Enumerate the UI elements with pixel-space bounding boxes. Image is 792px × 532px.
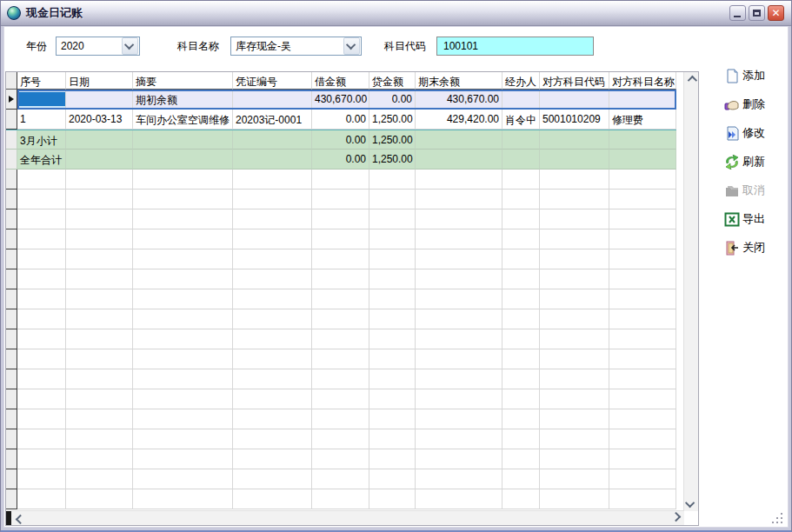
col-header: 凭证编号 xyxy=(233,72,312,90)
cell[interactable] xyxy=(133,130,233,150)
cell[interactable]: 429,420.00 xyxy=(416,110,502,130)
empty-table-row[interactable] xyxy=(6,269,676,289)
maximize-icon xyxy=(753,10,761,17)
maximize-button[interactable] xyxy=(749,5,765,21)
empty-table-row[interactable] xyxy=(6,409,676,429)
subject-name-label: 科目名称 xyxy=(177,37,219,56)
cell[interactable] xyxy=(233,150,312,170)
empty-table-row[interactable] xyxy=(6,170,676,190)
cell[interactable] xyxy=(609,130,676,150)
cell[interactable] xyxy=(609,90,676,110)
export-excel-icon xyxy=(724,212,740,227)
app-window: 现金日记账 ✕ 年份 2020 科目名称 库存现金-吴 科目代码 序号 xyxy=(0,0,792,532)
table-row-opening-balance[interactable]: 期初余额 430,670.00 0.00 430,670.00 xyxy=(6,90,676,110)
cell[interactable]: 0.00 xyxy=(312,150,369,170)
titlebar: 现金日记账 ✕ xyxy=(1,1,791,26)
cell[interactable]: 1,250.00 xyxy=(369,130,416,150)
horizontal-scrollbar[interactable] xyxy=(6,510,684,525)
resize-grip-icon[interactable] xyxy=(772,513,782,523)
cell[interactable] xyxy=(416,150,502,170)
cell[interactable] xyxy=(66,90,133,110)
cell[interactable] xyxy=(502,90,540,110)
cell[interactable]: 430,670.00 xyxy=(416,90,502,110)
cell[interactable] xyxy=(502,130,540,150)
scroll-up-icon[interactable] xyxy=(684,72,698,86)
subject-name-select[interactable]: 库存现金-吴 xyxy=(230,37,362,56)
cell[interactable] xyxy=(233,130,312,150)
cell[interactable] xyxy=(416,130,502,150)
cell[interactable]: 3月小计 xyxy=(17,130,66,150)
empty-table-row[interactable] xyxy=(6,449,676,469)
year-select[interactable]: 2020 xyxy=(56,37,140,56)
cell[interactable]: 修理费 xyxy=(609,110,676,130)
empty-table-row[interactable] xyxy=(6,369,676,389)
year-label: 年份 xyxy=(26,37,47,56)
cell[interactable]: 肖令中 xyxy=(502,110,540,130)
scroll-left-icon[interactable] xyxy=(12,511,26,525)
empty-table-row[interactable] xyxy=(6,389,676,409)
cell[interactable] xyxy=(233,90,312,110)
cell[interactable]: 1 xyxy=(17,110,66,130)
empty-table-row[interactable] xyxy=(6,309,676,329)
add-button[interactable]: 添加 xyxy=(724,67,792,84)
cell[interactable]: 20203记-0001 xyxy=(233,110,312,130)
cell[interactable]: 430,670.00 xyxy=(312,90,369,110)
cell[interactable]: 0.00 xyxy=(312,110,369,130)
close-button[interactable]: 关闭 xyxy=(724,239,792,256)
scroll-right-icon[interactable] xyxy=(670,511,684,525)
minimize-button[interactable] xyxy=(729,5,746,21)
cell[interactable]: 5001010209 xyxy=(540,110,609,130)
year-dropdown-icon[interactable] xyxy=(122,37,138,55)
cell[interactable] xyxy=(66,130,133,150)
minimize-icon xyxy=(734,16,741,17)
empty-table-row[interactable] xyxy=(6,489,676,509)
cell[interactable] xyxy=(17,90,66,110)
delete-hand-icon xyxy=(724,97,740,112)
empty-table-row[interactable] xyxy=(6,289,676,309)
journal-grid: 序号 日期 摘要 凭证编号 借金额 贷金额 期末余额 经办人 对方科目代码 对方… xyxy=(5,71,699,526)
cell[interactable] xyxy=(540,90,609,110)
empty-table-row[interactable] xyxy=(6,209,676,229)
table-row-entry-1[interactable]: 1 2020-03-13 车间办公室空调维修 20203记-0001 0.00 … xyxy=(6,110,676,130)
empty-table-row[interactable] xyxy=(6,249,676,269)
cell[interactable]: 0.00 xyxy=(312,130,369,150)
subject-name-dropdown-icon[interactable] xyxy=(343,37,360,55)
empty-table-row[interactable] xyxy=(6,190,676,209)
subject-code-input[interactable] xyxy=(436,37,594,56)
cell[interactable] xyxy=(540,130,609,150)
close-door-icon xyxy=(724,241,740,256)
vertical-scrollbar[interactable] xyxy=(683,72,698,511)
empty-table-row[interactable] xyxy=(6,349,676,369)
cell[interactable]: 全年合计 xyxy=(17,150,66,170)
cell[interactable]: 车间办公室空调维修 xyxy=(133,110,233,130)
empty-table-row[interactable] xyxy=(6,429,676,449)
scroll-down-icon[interactable] xyxy=(684,497,698,511)
delete-button[interactable]: 删除 xyxy=(724,96,792,113)
refresh-button[interactable]: 刷新 xyxy=(724,153,792,170)
grid-header-row: 序号 日期 摘要 凭证编号 借金额 贷金额 期末余额 经办人 对方科目代码 对方… xyxy=(6,72,676,90)
export-button[interactable]: 导出 xyxy=(724,210,792,228)
content-area: 年份 2020 科目名称 库存现金-吴 科目代码 序号 日期 摘要 凭证编号 借… xyxy=(3,26,789,528)
table-row-month-subtotal[interactable]: 3月小计 0.00 1,250.00 xyxy=(6,130,676,150)
empty-table-row[interactable] xyxy=(6,469,676,489)
cell[interactable]: 期初余额 xyxy=(133,90,233,110)
cancel-folder-icon xyxy=(724,183,740,198)
cell[interactable] xyxy=(133,150,233,170)
cell[interactable] xyxy=(502,150,540,170)
cell[interactable]: 1,250.00 xyxy=(369,110,416,130)
table-row-year-total[interactable]: 全年合计 0.00 1,250.00 xyxy=(6,150,676,170)
cell[interactable]: 0.00 xyxy=(369,90,416,110)
cell[interactable] xyxy=(540,150,609,170)
modify-button[interactable]: 修改 xyxy=(724,124,792,142)
empty-table-row[interactable] xyxy=(6,229,676,249)
cell[interactable]: 2020-03-13 xyxy=(66,110,133,130)
col-header: 摘要 xyxy=(133,72,233,90)
empty-table-row[interactable] xyxy=(6,329,676,349)
cell[interactable]: 1,250.00 xyxy=(369,150,416,170)
row-selector-header xyxy=(6,72,17,90)
add-document-icon xyxy=(724,69,740,83)
close-window-button[interactable]: ✕ xyxy=(768,5,784,21)
col-header: 借金额 xyxy=(312,72,369,90)
cell[interactable] xyxy=(66,150,133,170)
cell[interactable] xyxy=(609,150,676,170)
